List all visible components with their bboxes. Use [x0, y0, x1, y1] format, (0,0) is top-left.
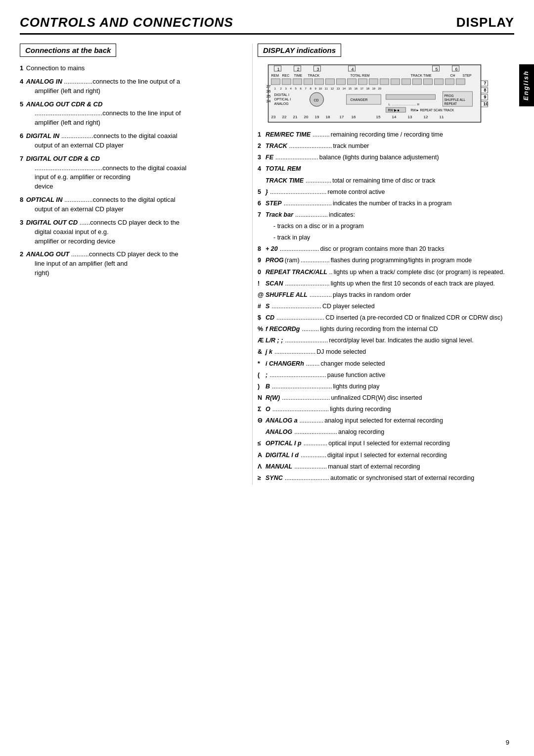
list-item: 6 STEP ............................ indi…: [258, 199, 514, 208]
svg-text:5: 5: [436, 67, 438, 72]
svg-text:11: 11: [325, 87, 328, 90]
svg-text:L. ...........................: L. .............................. R: [389, 103, 420, 106]
svg-rect-29: [358, 79, 367, 85]
right-header-title: DISPLAY: [456, 15, 514, 30]
list-item: 0 REPEAT TRACK/ALL .. lights up when a t…: [258, 268, 514, 277]
svg-text:2: 2: [297, 67, 300, 72]
list-item: 5 ANALOG OUT CDR & CD ..................…: [20, 100, 242, 128]
svg-text:16: 16: [352, 115, 356, 119]
svg-text:TIME: TIME: [294, 74, 303, 77]
svg-text:TRACK TIME: TRACK TIME: [411, 74, 432, 77]
svg-text:14: 14: [343, 87, 346, 90]
svg-text:8: 8: [484, 88, 487, 93]
svg-text:12: 12: [331, 87, 334, 90]
svg-rect-27: [337, 79, 346, 85]
left-section-header: Connections at the back: [20, 44, 116, 57]
list-item: 6 DIGITAL IN ..................connects …: [20, 132, 242, 150]
list-item: 8 + 20 ....................... disc or p…: [258, 244, 514, 253]
svg-text:11: 11: [440, 115, 444, 119]
right-section-header: DISPLAY indications: [258, 44, 341, 57]
svg-text:19: 19: [315, 115, 319, 119]
svg-text:CH: CH: [450, 74, 455, 77]
svg-text:STEP: STEP: [463, 74, 472, 77]
list-item: - tracks on a disc or in a program: [258, 222, 514, 231]
svg-text:26: 26: [267, 89, 271, 94]
svg-rect-34: [413, 79, 422, 85]
list-item: 3 DIGITAL OUT CD ......connects CD playe…: [20, 218, 242, 246]
svg-text:13: 13: [337, 87, 340, 90]
svg-text:4: 4: [352, 67, 354, 72]
list-item: ) B ................................... …: [258, 382, 514, 391]
svg-text:27: 27: [267, 84, 271, 89]
svg-text:9: 9: [484, 94, 487, 99]
page-header: CONTROLS AND CONNECTIONS DISPLAY: [20, 15, 514, 35]
svg-text:12: 12: [424, 115, 428, 119]
svg-text:18: 18: [366, 87, 370, 90]
list-item: Θ ANALOG a .............. analog input s…: [258, 416, 514, 425]
list-item: N R(W) ............................ unfi…: [258, 393, 514, 402]
list-item: 1 REM/REC TIME .......... remaining reco…: [258, 130, 514, 139]
svg-rect-35: [424, 79, 433, 85]
list-item: Σ O ................................. li…: [258, 405, 514, 414]
list-item: $ CD ............................ CD ins…: [258, 313, 514, 322]
svg-text:1: 1: [277, 67, 280, 72]
svg-text:13: 13: [408, 115, 412, 119]
list-item: ! SCAN .......................... lights…: [258, 279, 514, 288]
svg-rect-21: [271, 79, 280, 85]
svg-text:17: 17: [340, 115, 344, 119]
svg-text:6: 6: [455, 67, 458, 72]
svg-text:21: 21: [293, 115, 298, 119]
svg-rect-24: [304, 79, 313, 85]
display-items-list: 1 REM/REC TIME .......... remaining reco…: [258, 130, 514, 482]
page: CONTROLS AND CONNECTIONS DISPLAY English…: [0, 0, 534, 756]
left-column: Connections at the back 1 Connection to …: [20, 44, 252, 485]
list-item: # S ............................. CD pla…: [258, 302, 514, 311]
list-item: 7 Track bar ................... indicate…: [258, 210, 514, 219]
svg-text:3: 3: [317, 67, 319, 72]
svg-text:TRACK: TRACK: [308, 74, 320, 77]
list-item: @ SHUFFLE ALL ............. plays tracks…: [258, 290, 514, 299]
svg-rect-30: [369, 79, 378, 85]
svg-text:22: 22: [282, 115, 287, 119]
svg-text:18: 18: [326, 115, 330, 119]
svg-text:ANALOG: ANALOG: [274, 102, 289, 105]
svg-text:24: 24: [267, 99, 271, 103]
list-item: 4 ANALOG IN ................connects to …: [20, 77, 242, 96]
list-item: ( ; ................................. pa…: [258, 371, 514, 379]
list-item: 5 } ................................. re…: [258, 188, 514, 196]
list-item: 3 FE ......................... balance (…: [258, 153, 514, 162]
svg-text:15: 15: [376, 115, 381, 119]
list-item: Λ MANUAL ................... manual star…: [258, 462, 514, 471]
svg-text:TOTAL REM: TOTAL REM: [351, 74, 370, 77]
list-item: 8 OPTICAL IN ................connects to…: [20, 195, 242, 214]
svg-text:14: 14: [392, 115, 397, 119]
svg-rect-25: [315, 79, 324, 85]
svg-rect-33: [402, 79, 411, 85]
left-header-title: CONTROLS AND CONNECTIONS: [20, 15, 233, 30]
list-item: - track in play: [258, 233, 514, 242]
list-item: * i CHANGERh ........ changer mode selec…: [258, 359, 514, 368]
svg-text:19: 19: [372, 87, 376, 90]
list-item: Æ L/R ; ; ......................... reco…: [258, 336, 514, 345]
svg-rect-23: [293, 79, 302, 85]
list-item: A DIGITAL I d ............... digital in…: [258, 451, 514, 460]
svg-text:15: 15: [349, 87, 352, 90]
svg-text:REPEAT: REPEAT: [445, 102, 457, 105]
list-item: 9 PROG(ram) ................. flashes du…: [258, 256, 514, 265]
svg-text:25: 25: [267, 94, 271, 98]
svg-text:CD: CD: [314, 98, 319, 102]
right-column: DISPLAY indications 1 2 3 4 5 6: [252, 44, 514, 485]
svg-text:16: 16: [355, 87, 358, 90]
svg-text:23: 23: [271, 115, 276, 119]
svg-text:20: 20: [304, 115, 309, 119]
svg-text:PROG: PROG: [445, 94, 454, 97]
list-item: ≤ OPTICAL I p .............. optical inp…: [258, 439, 514, 448]
svg-rect-36: [435, 79, 444, 85]
display-svg: 1 2 3 4 5 6 REM REC TIME: [258, 64, 514, 123]
svg-rect-31: [380, 79, 389, 85]
svg-text:CHANGER: CHANGER: [351, 98, 368, 101]
page-number: 9: [506, 739, 509, 746]
svg-rect-32: [391, 79, 400, 85]
list-item: % f RECORDg .......... lights during rec…: [258, 325, 514, 333]
svg-rect-37: [445, 79, 454, 85]
